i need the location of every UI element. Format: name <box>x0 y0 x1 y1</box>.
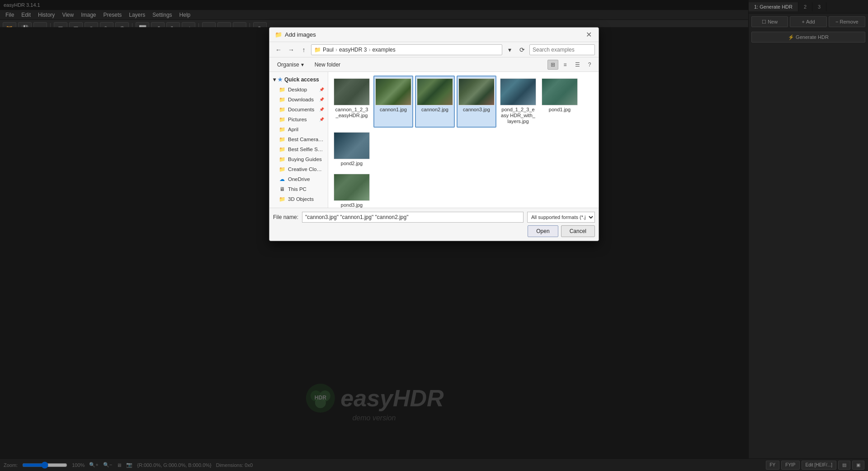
sidebar-item-3d-objects[interactable]: 📁 3D Objects <box>269 194 328 204</box>
cancel-button[interactable]: Cancel <box>561 225 595 237</box>
view-controls: ⊞ ≡ ☰ ? <box>547 60 595 70</box>
desktop-folder-icon: 📁 <box>278 86 286 93</box>
nav-refresh-button[interactable]: ⟳ <box>517 44 528 55</box>
file-thumb-pond3 <box>334 174 370 201</box>
file-item-cannon1[interactable]: cannon1.jpg <box>373 76 413 128</box>
filename-row: File name: All supported formats (*.jpg … <box>273 212 595 223</box>
breadcrumb-sep1: › <box>335 47 337 53</box>
expand-icon: ▾ <box>273 76 276 83</box>
file-item-cannon123[interactable]: cannon_1_2_3_easyHDR.jpg <box>332 76 372 128</box>
breadcrumb-part2: easyHDR 3 <box>339 47 367 53</box>
file-label-pond3: pond3.jpg <box>341 202 363 208</box>
dialog-footer: File name: All supported formats (*.jpg … <box>269 208 599 241</box>
sidebar-item-best-camera[interactable]: 📁 Best Camera Len... <box>269 134 328 144</box>
sidebar-item-creative-cloud[interactable]: 📁 Creative Cloud Fil... <box>269 164 328 174</box>
nav-dropdown-button[interactable]: ▾ <box>504 44 515 55</box>
footer-buttons: Open Cancel <box>273 225 595 237</box>
sidebar-item-documents[interactable]: 📁 Documents 📌 <box>269 105 328 114</box>
filename-input-wrap <box>302 212 524 223</box>
view-help-button[interactable]: ? <box>584 60 595 70</box>
dialog-close-button[interactable]: ✕ <box>584 30 593 39</box>
file-dialog: 📁 Add images ✕ ← → ↑ 📁 Paul › easyHDR 3 … <box>269 27 599 241</box>
3d-objects-folder-icon: 📁 <box>278 195 286 203</box>
dialog-body: ▾ ★ Quick access 📁 Desktop 📌 📁 Downloads… <box>269 72 599 208</box>
file-thumb-cannon3 <box>458 78 495 105</box>
sidebar-item-buying-guides[interactable]: 📁 Buying Guides <box>269 154 328 164</box>
sidebar-item-onedrive[interactable]: ☁ OneDrive <box>269 174 328 184</box>
breadcrumb[interactable]: 📁 Paul › easyHDR 3 › examples <box>311 44 502 55</box>
buying-guides-folder-icon: 📁 <box>278 156 286 163</box>
filename-input[interactable] <box>302 212 524 223</box>
view-details-button[interactable]: ☰ <box>572 60 583 70</box>
breadcrumb-sep2: › <box>368 47 370 53</box>
pin-icon-desktop: 📌 <box>319 87 324 92</box>
file-label-pond123: pond_1_2_3_easy HDR_with_layers.jpg <box>501 107 535 125</box>
filename-label: File name: <box>273 214 298 220</box>
file-item-pond123[interactable]: pond_1_2_3_easy HDR_with_layers.jpg <box>498 76 538 128</box>
file-thumb-pond2 <box>334 132 370 159</box>
sidebar-item-best-selfie[interactable]: 📁 Best Selfie Stick... <box>269 144 328 154</box>
search-input[interactable] <box>533 47 599 53</box>
sidebar-item-this-pc[interactable]: 🖥 This PC <box>269 184 328 194</box>
nav-back-button[interactable]: ← <box>273 44 284 55</box>
breadcrumb-part1: Paul <box>323 47 334 53</box>
downloads-folder-icon: 📁 <box>278 96 286 103</box>
file-thumb-pond123 <box>500 78 536 105</box>
file-label-cannon2: cannon2.jpg <box>421 107 448 113</box>
this-pc-icon: 🖥 <box>278 186 286 193</box>
pictures-folder-icon: 📁 <box>278 116 286 123</box>
file-item-pond1[interactable]: pond1.jpg <box>540 76 580 128</box>
view-list-button[interactable]: ≡ <box>560 60 571 70</box>
nav-forward-button[interactable]: → <box>286 44 297 55</box>
file-label-pond2: pond2.jpg <box>341 161 363 167</box>
file-item-pond3[interactable]: pond3.jpg <box>332 171 372 208</box>
creative-cloud-folder-icon: 📁 <box>278 166 286 173</box>
view-thumbnails-button[interactable]: ⊞ <box>547 60 558 70</box>
documents-folder-icon: 📁 <box>278 106 286 113</box>
file-thumb-pond1 <box>542 78 578 105</box>
breadcrumb-folder-icon: 📁 <box>314 47 321 53</box>
pin-icon-downloads: 📌 <box>319 97 324 102</box>
file-label-pond1: pond1.jpg <box>549 107 571 113</box>
open-button[interactable]: Open <box>528 225 558 237</box>
dialog-overlay: 📁 Add images ✕ ← → ↑ 📁 Paul › easyHDR 3 … <box>0 0 868 471</box>
quick-access-section: ▾ ★ Quick access 📁 Desktop 📌 📁 Downloads… <box>269 74 328 205</box>
file-label-cannon3: cannon3.jpg <box>463 107 490 113</box>
file-item-pond2[interactable]: pond2.jpg <box>332 129 372 169</box>
sidebar-item-desktop[interactable]: 📁 Desktop 📌 <box>269 85 328 95</box>
file-grid-row2: pond3.jpg <box>332 171 595 208</box>
dialog-sidebar: ▾ ★ Quick access 📁 Desktop 📌 📁 Downloads… <box>269 72 328 208</box>
onedrive-icon: ☁ <box>278 176 286 183</box>
quick-access-icon: ★ <box>278 76 283 83</box>
file-item-cannon2[interactable]: cannon2.jpg <box>415 76 455 128</box>
new-folder-button[interactable]: New folder <box>311 60 344 70</box>
file-thumb-cannon1 <box>375 78 411 105</box>
file-label-cannon123: cannon_1_2_3_easyHDR.jpg <box>335 107 369 119</box>
best-camera-folder-icon: 📁 <box>278 136 286 143</box>
file-label-cannon1: cannon1.jpg <box>380 107 407 113</box>
sidebar-item-pictures[interactable]: 📁 Pictures 📌 <box>269 114 328 124</box>
pin-icon-documents: 📌 <box>319 107 324 112</box>
breadcrumb-part3: examples <box>372 47 395 53</box>
april-folder-icon: 📁 <box>278 126 286 133</box>
file-thumb-cannon2 <box>417 78 453 105</box>
dialog-title-icon: 📁 <box>275 31 282 38</box>
quick-access-header[interactable]: ▾ ★ Quick access <box>269 75 328 85</box>
file-grid: cannon_1_2_3_easyHDR.jpg cannon1.jpg can… <box>328 72 599 208</box>
nav-up-button[interactable]: ↑ <box>298 44 309 55</box>
organise-button[interactable]: Organise ▾ <box>273 60 308 70</box>
sidebar-item-april[interactable]: 📁 April <box>269 124 328 134</box>
dialog-titlebar: 📁 Add images ✕ <box>269 28 599 42</box>
pin-icon-pictures: 📌 <box>319 117 324 122</box>
nav-bar: ← → ↑ 📁 Paul › easyHDR 3 › examples ▾ ⟳ … <box>269 42 599 57</box>
best-selfie-folder-icon: 📁 <box>278 146 286 153</box>
dialog-toolbar: Organise ▾ New folder ⊞ ≡ ☰ ? <box>269 57 599 72</box>
dialog-title: 📁 Add images <box>275 31 316 38</box>
sidebar-item-downloads[interactable]: 📁 Downloads 📌 <box>269 95 328 105</box>
search-box: 🔍 <box>529 44 595 55</box>
filetype-select[interactable]: All supported formats (*.jpg *.j... <box>527 212 595 223</box>
file-thumb-cannon123 <box>334 78 370 105</box>
organise-chevron-icon: ▾ <box>301 62 304 68</box>
file-item-cannon3[interactable]: cannon3.jpg <box>457 76 496 128</box>
